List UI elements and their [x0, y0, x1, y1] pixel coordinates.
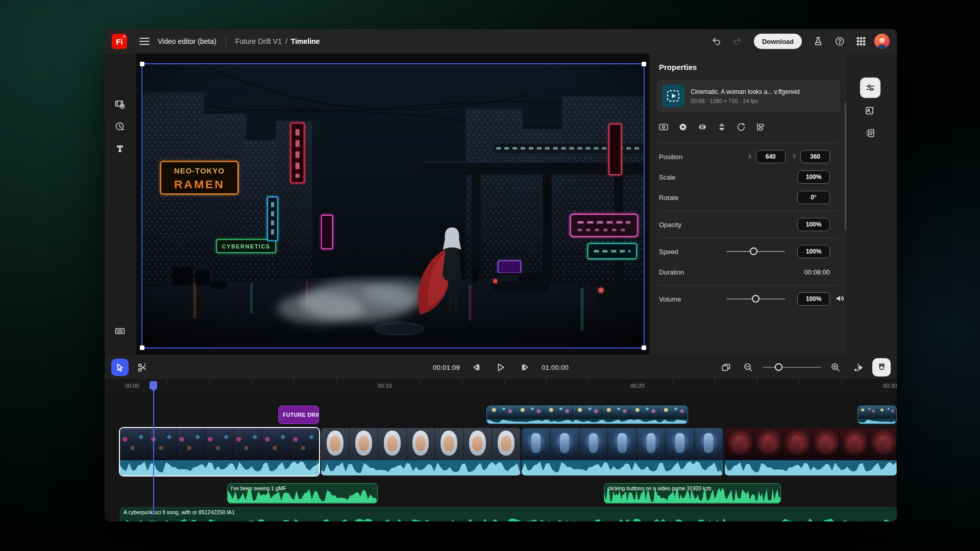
overlay-video-clip-2[interactable] — [857, 406, 897, 424]
play-button[interactable] — [493, 359, 509, 375]
overlay-track: FUTURE DRIF — [105, 406, 897, 424]
app-title: Video editor (beta) — [158, 37, 216, 45]
volume-input[interactable]: 100% — [797, 292, 830, 306]
clip-thumbnail-frame — [637, 428, 666, 460]
timeline-ruler[interactable]: 00:0000:1000:2000:30 — [105, 380, 897, 392]
video-clip-4[interactable] — [725, 428, 897, 475]
split-at-playhead-button[interactable] — [850, 359, 866, 375]
selected-clip-card[interactable]: Cinematic. A woman looks a... v.ffgenvid… — [657, 80, 840, 112]
split-tool-button[interactable] — [134, 359, 150, 375]
speed-input[interactable]: 100% — [797, 245, 830, 258]
video-clip-3[interactable] — [522, 428, 723, 475]
speed-slider[interactable] — [726, 247, 785, 256]
resize-handle-top-left[interactable] — [140, 62, 144, 66]
flip-horizontal-button[interactable] — [695, 119, 710, 135]
keyboard-shortcuts-button[interactable] — [112, 323, 128, 339]
snap-toggle-button[interactable] — [872, 358, 891, 377]
firefly-logo[interactable]: Fi✦ — [112, 34, 127, 49]
music-clip[interactable]: A cyberpunk sci fi song, with or 8512422… — [120, 507, 897, 521]
text-tool-button[interactable]: T — [112, 140, 128, 157]
title-clip[interactable]: FUTURE DRIF — [278, 406, 319, 424]
beta-feedback-button[interactable] — [810, 33, 826, 49]
video-clip-1-selected[interactable] — [120, 428, 319, 475]
properties-scrollbar[interactable] — [845, 103, 846, 230]
timeline-zoom-slider[interactable] — [763, 363, 821, 371]
hamburger-menu-icon[interactable] — [139, 38, 150, 45]
resize-handle-bottom-left[interactable] — [140, 345, 144, 350]
sliders-icon — [865, 82, 876, 93]
app-window: Fi✦ Video editor (beta) Future Drift V1 … — [105, 29, 897, 521]
apps-grid-button[interactable] — [853, 33, 869, 49]
properties-tab-button[interactable] — [860, 78, 880, 98]
mute-button[interactable] — [835, 294, 844, 305]
add-media-button[interactable] — [112, 96, 128, 113]
avatar-illustration — [874, 34, 890, 49]
zoom-out-button[interactable] — [740, 359, 756, 375]
timeline-toolbar: 00:01:09 01:00:00 — [105, 355, 897, 380]
clip-thumbnail-frame — [290, 428, 319, 460]
split-clip-icon — [853, 362, 864, 373]
opacity-label: Opacity — [659, 221, 681, 229]
speed-row: Speed 100% — [650, 241, 847, 262]
opacity-input[interactable]: 100% — [797, 218, 830, 231]
breadcrumb-project[interactable]: Future Drift V1 — [235, 37, 282, 45]
playhead-handle[interactable] — [150, 381, 157, 389]
captions-panel-button[interactable] — [860, 123, 880, 143]
next-frame-icon — [520, 362, 530, 372]
transport-controls: 00:01:09 01:00:00 — [433, 355, 569, 380]
redo-button[interactable] — [729, 33, 746, 49]
clip-thumbnail-frame — [120, 428, 149, 460]
next-frame-button[interactable] — [517, 359, 533, 375]
zoom-in-button[interactable] — [827, 359, 844, 375]
resize-handle-top-right[interactable] — [642, 62, 646, 66]
zoom-in-icon — [830, 362, 841, 372]
title-clip-label: FUTURE DRIF — [279, 412, 318, 418]
clock-sparkle-icon — [114, 121, 126, 132]
scissors-icon — [137, 362, 148, 373]
ruler-tick — [673, 380, 673, 384]
volume-label: Volume — [659, 295, 681, 303]
help-button[interactable] — [831, 33, 848, 49]
fit-frame-button[interactable] — [656, 119, 671, 135]
fit-timeline-button[interactable] — [718, 359, 734, 375]
ruler-tick — [462, 380, 462, 384]
clip-thumbnail — [662, 85, 684, 107]
generate-panel-button[interactable] — [860, 101, 880, 121]
previous-frame-button[interactable] — [468, 359, 484, 375]
ruler-tick — [209, 380, 210, 384]
rotate-input[interactable]: 0° — [797, 191, 830, 204]
volume-slider[interactable] — [726, 295, 785, 303]
position-x-input[interactable]: 640 — [756, 150, 786, 163]
svg-text:T: T — [117, 144, 123, 154]
overlay-video-clip[interactable] — [486, 406, 688, 424]
sfx-clip-1[interactable]: I've been seeing 1 gMF — [227, 483, 378, 504]
avatar[interactable] — [874, 34, 890, 49]
breadcrumb-view: Timeline — [291, 37, 320, 45]
select-tool-button[interactable] — [111, 359, 129, 376]
clip-thumbnail-frame — [544, 406, 573, 419]
resize-handle-bottom-right[interactable] — [642, 345, 646, 350]
scale-input[interactable]: 100% — [797, 170, 830, 184]
clip-thumbnail-frame — [695, 428, 723, 460]
align-button[interactable] — [753, 119, 768, 135]
sfx-clip-2[interactable]: clicking buttons on a video game 31920 k… — [604, 483, 781, 504]
video-clip-2[interactable] — [321, 428, 521, 475]
clip-thumbnail-frame — [659, 406, 688, 419]
undo-button[interactable] — [708, 33, 724, 49]
mask-button[interactable] — [675, 119, 691, 135]
breadcrumb: Future Drift V1 / Timeline — [235, 37, 320, 45]
clip-thumbnail-frame — [149, 428, 177, 460]
download-button[interactable]: Download — [754, 34, 802, 49]
clip-thumbnail-frame — [435, 428, 463, 460]
generate-history-button[interactable] — [112, 118, 128, 135]
position-y-input[interactable]: 360 — [800, 150, 830, 163]
timeline-tracks: FUTURE DRIF — [105, 392, 897, 521]
generated-video-icon — [666, 88, 681, 104]
rotate-button[interactable] — [733, 119, 749, 135]
ruler-tick — [841, 380, 842, 384]
clip-thumbnail-frame — [492, 428, 521, 460]
scale-row: Scale 100% — [650, 167, 847, 187]
flip-vertical-button[interactable] — [714, 119, 729, 135]
ruler-tick — [799, 380, 799, 384]
video-preview[interactable]: NEO-TOKYO RAMEN CYBERNETICS — [141, 63, 645, 348]
